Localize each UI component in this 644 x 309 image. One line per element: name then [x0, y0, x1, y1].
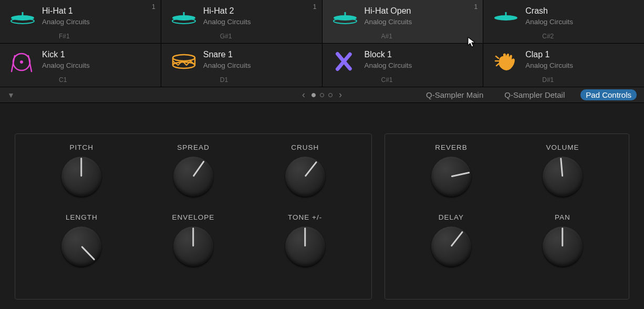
pad-title: Hi-Hat Open: [365, 6, 412, 16]
pad-grid: Hi-Hat 1 Analog Circuits F#1 1 Hi-Hat 2 …: [0, 0, 644, 87]
knob-envelope[interactable]: [173, 226, 213, 266]
knob-delay[interactable]: [431, 226, 471, 266]
pager-dot-1[interactable]: [320, 93, 324, 97]
pad-note: F#1: [59, 33, 70, 40]
knob-length[interactable]: [61, 226, 101, 266]
knob-label: PITCH: [70, 143, 94, 151]
knob-label: TONE +/-: [288, 213, 322, 221]
knob-cell-delay: DELAY: [396, 213, 507, 283]
pager-dot-0[interactable]: [311, 93, 316, 97]
knob-label: LENGTH: [66, 213, 98, 221]
pad-engine: Analog Circuits: [42, 61, 90, 69]
knob-label: SPREAD: [177, 143, 210, 151]
knob-label: VOLUME: [546, 143, 579, 151]
pad-clap1[interactable]: Clap 1 Analog Circuits D#1: [483, 44, 644, 87]
pad-kick1[interactable]: Kick 1 Analog Circuits C1: [0, 44, 161, 87]
pad-snare1[interactable]: Snare 1 Analog Circuits D1: [161, 44, 322, 87]
pager: ‹ ›: [302, 89, 342, 100]
knob-cell-envelope: ENVELOPE: [138, 213, 250, 283]
pad-note: C#2: [542, 33, 554, 40]
knob-label: DELAY: [439, 213, 464, 221]
disclosure-triangle-icon[interactable]: ▼: [7, 91, 15, 99]
knob-volume[interactable]: [543, 157, 583, 197]
pad-title: Block 1: [365, 50, 412, 59]
svg-rect-4: [183, 12, 184, 16]
sound-panel: PITCH SPREAD CRUSH LENGTH ENVELOPE TONE …: [15, 133, 372, 300]
pad-engine: Analog Circuits: [203, 61, 251, 69]
pad-engine: Analog Circuits: [42, 18, 90, 26]
view-tabs: Q-Sampler Main Q-Sampler Detail Pad Cont…: [421, 89, 637, 100]
pad-title: Hi-Hat 1: [42, 6, 90, 16]
knob-cell-spread: SPREAD: [138, 143, 250, 213]
knob-label: ENVELOPE: [172, 213, 215, 221]
svg-point-13: [173, 55, 195, 61]
tab-qsampler-detail[interactable]: Q-Sampler Detail: [499, 89, 570, 100]
knob-cell-volume: VOLUME: [507, 143, 618, 213]
knob-spread[interactable]: [173, 157, 213, 197]
tab-qsampler-main[interactable]: Q-Sampler Main: [421, 89, 489, 100]
pad-sub-index: 1: [474, 3, 478, 11]
pad-engine: Analog Circuits: [203, 18, 251, 26]
tab-pad-controls[interactable]: Pad Controls: [580, 89, 637, 100]
pad-title: Hi-Hat 2: [203, 6, 251, 16]
cymbal-icon: [493, 5, 525, 30]
knob-label: PAN: [555, 213, 570, 221]
pad-engine: Analog Circuits: [365, 18, 412, 26]
pad-crash[interactable]: Crash Analog Circuits C#2: [483, 0, 644, 43]
pager-dot-2[interactable]: [328, 93, 333, 97]
pad-note: C#1: [381, 76, 393, 84]
mix-panel: REVERB VOLUME DELAY PAN: [385, 133, 629, 300]
knob-pitch[interactable]: [61, 157, 101, 197]
pad-sub-index: 1: [152, 3, 155, 11]
hihat-icon: [9, 5, 42, 30]
pad-note: C1: [59, 76, 67, 84]
knob-label: CRUSH: [291, 143, 319, 151]
pad-engine: Analog Circuits: [365, 61, 412, 69]
svg-rect-7: [344, 12, 346, 16]
page-prev-icon[interactable]: ‹: [302, 89, 305, 100]
knob-cell-tone: TONE +/-: [249, 213, 361, 283]
page-next-icon[interactable]: ›: [339, 89, 342, 100]
hihat-icon: [171, 5, 203, 30]
pad-title: Snare 1: [203, 50, 251, 59]
hihat-icon: [332, 5, 365, 30]
knob-label: REVERB: [435, 143, 468, 151]
knob-cell-pitch: PITCH: [26, 143, 138, 213]
controls-area: PITCH SPREAD CRUSH LENGTH ENVELOPE TONE …: [0, 103, 644, 309]
svg-rect-1: [22, 12, 24, 16]
pad-note: D#1: [542, 76, 554, 84]
pad-engine: Analog Circuits: [525, 61, 573, 69]
knob-reverb[interactable]: [431, 157, 471, 197]
knob-cell-pan: PAN: [507, 213, 618, 283]
pad-title: Clap 1: [525, 50, 573, 59]
pager-dots: [311, 93, 333, 97]
pad-title: Kick 1: [42, 50, 90, 59]
knob-cell-crush: CRUSH: [249, 143, 361, 213]
knob-crush[interactable]: [285, 157, 325, 197]
nav-bar: ▼ ‹ › Q-Sampler Main Q-Sampler Detail Pa…: [0, 87, 644, 103]
kick-icon: [9, 49, 42, 74]
pad-hihat-open[interactable]: Hi-Hat Open Analog Circuits A#1 1: [323, 0, 483, 43]
pad-note: G#1: [220, 33, 232, 40]
pad-hihat1[interactable]: Hi-Hat 1 Analog Circuits F#1 1: [0, 0, 161, 43]
snare-icon: [171, 49, 203, 74]
pad-title: Crash: [525, 6, 573, 16]
clap-icon: [493, 49, 525, 74]
pad-engine: Analog Circuits: [525, 18, 573, 26]
pad-note: D1: [220, 76, 228, 84]
svg-rect-10: [505, 12, 507, 16]
pad-sub-index: 1: [313, 3, 317, 11]
knob-cell-reverb: REVERB: [396, 143, 507, 213]
knob-cell-length: LENGTH: [26, 213, 138, 283]
sticks-icon: [332, 49, 365, 74]
knob-tone[interactable]: [285, 226, 325, 266]
pad-note: A#1: [381, 33, 392, 40]
knob-pan[interactable]: [543, 226, 583, 266]
pad-block1[interactable]: Block 1 Analog Circuits C#1: [323, 44, 483, 87]
svg-point-12: [20, 60, 23, 64]
pad-hihat2[interactable]: Hi-Hat 2 Analog Circuits G#1 1: [161, 0, 322, 43]
